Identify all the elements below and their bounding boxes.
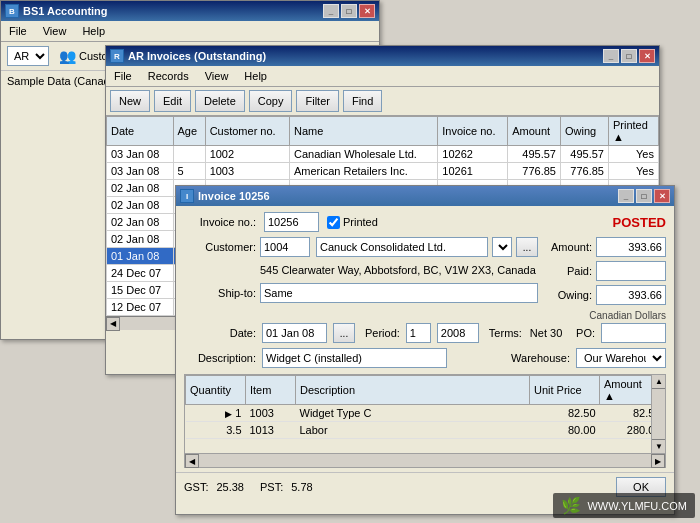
menu-view[interactable]: View	[39, 23, 71, 39]
find-button[interactable]: Find	[343, 90, 382, 112]
inv-maximize-button[interactable]: □	[636, 189, 652, 203]
owing-input[interactable]	[596, 285, 666, 305]
printed-checkbox[interactable]	[327, 216, 340, 229]
close-button[interactable]: ✕	[359, 4, 375, 18]
paid-label: Paid:	[567, 265, 592, 277]
invoice-no-label: Invoice no.:	[184, 216, 256, 228]
ar-window-controls: _ □ ✕	[603, 49, 655, 63]
col-qty: Quantity	[186, 376, 246, 405]
ar-menu-view[interactable]: View	[201, 68, 233, 84]
warehouse-label: Warehouse:	[511, 352, 570, 364]
col-item: Item	[246, 376, 296, 405]
ar-close-button[interactable]: ✕	[639, 49, 655, 63]
col-custno: Customer no.	[205, 117, 289, 146]
ar-dropdown[interactable]: AR	[7, 46, 49, 66]
col-invno: Invoice no.	[438, 117, 508, 146]
inv-scroll-left[interactable]: ◀	[185, 454, 199, 468]
customers-icon: 👥	[59, 48, 76, 64]
line-items-table: Quantity Item Description Unit Price Amo…	[185, 375, 665, 439]
edit-button[interactable]: Edit	[154, 90, 191, 112]
ar-icon: R	[110, 49, 124, 63]
po-input[interactable]	[601, 323, 666, 343]
col-amount: Amount	[508, 117, 561, 146]
ar-menu-file[interactable]: File	[110, 68, 136, 84]
customer-label: Customer:	[184, 241, 256, 253]
ar-minimize-button[interactable]: _	[603, 49, 619, 63]
scroll-left[interactable]: ◀	[106, 317, 120, 331]
description-input[interactable]	[262, 348, 447, 368]
col-name: Name	[289, 117, 437, 146]
currency-label: Canadian Dollars	[589, 310, 666, 321]
ar-menu-records[interactable]: Records	[144, 68, 193, 84]
invoice-title-bar: I Invoice 10256 _ □ ✕	[176, 186, 674, 206]
gst-value: 25.38	[216, 481, 244, 493]
printed-checkbox-group: Printed	[327, 216, 378, 229]
period-input[interactable]	[406, 323, 431, 343]
ar-menu-help[interactable]: Help	[240, 68, 271, 84]
table-scroll-down[interactable]: ▼	[652, 439, 666, 453]
gst-label: GST:	[184, 481, 208, 493]
main-title-bar: B BS1 Accounting _ □ ✕	[1, 1, 379, 21]
invoice-line-item[interactable]: 3.51013Labor80.00280.00	[186, 422, 665, 439]
inv-scroll-right[interactable]: ▶	[651, 454, 665, 468]
amount-input[interactable]	[596, 237, 666, 257]
main-menu-bar: File View Help	[1, 21, 379, 42]
period-label: Period:	[365, 327, 400, 339]
col-date: Date	[107, 117, 174, 146]
invoice-window-controls: _ □ ✕	[618, 189, 670, 203]
date-browse-btn[interactable]: ...	[333, 323, 355, 343]
invoice-line-item[interactable]: ▶ 11003Widget Type C82.5082.50	[186, 405, 665, 422]
invoice-title: Invoice 10256	[198, 190, 270, 202]
pst-label: PST:	[260, 481, 283, 493]
customer-browse-btn[interactable]: ...	[516, 237, 538, 257]
inv-minimize-button[interactable]: _	[618, 189, 634, 203]
menu-file[interactable]: File	[5, 23, 31, 39]
printed-label: Printed	[343, 216, 378, 228]
filter-button[interactable]: Filter	[296, 90, 338, 112]
new-button[interactable]: New	[110, 90, 150, 112]
terms-value: Net 30	[530, 327, 562, 339]
col-owing: Owing	[561, 117, 609, 146]
customer-name-input[interactable]	[316, 237, 488, 257]
copy-button[interactable]: Copy	[249, 90, 293, 112]
watermark-text: WWW.YLMFU.COM	[587, 500, 687, 512]
app-icon: B	[5, 4, 19, 18]
minimize-button[interactable]: _	[323, 4, 339, 18]
main-window-controls: _ □ ✕	[323, 4, 375, 18]
ar-maximize-button[interactable]: □	[621, 49, 637, 63]
watermark: 🌿 WWW.YLMFU.COM	[553, 493, 695, 518]
table-scroll-up[interactable]: ▲	[652, 375, 666, 389]
menu-help[interactable]: Help	[78, 23, 109, 39]
po-label: PO:	[576, 327, 595, 339]
pst-value: 5.78	[291, 481, 312, 493]
invoice-icon: I	[180, 189, 194, 203]
ar-title: AR Invoices (Outstanding)	[128, 50, 266, 62]
invoice-dialog: I Invoice 10256 _ □ ✕ Invoice no.: Print…	[175, 185, 675, 515]
year-input[interactable]	[437, 323, 479, 343]
shipto-input[interactable]	[260, 283, 538, 303]
main-title: BS1 Accounting	[23, 5, 108, 17]
invoice-no-input[interactable]	[264, 212, 319, 232]
delete-button[interactable]: Delete	[195, 90, 245, 112]
maximize-button[interactable]: □	[341, 4, 357, 18]
date-input[interactable]	[262, 323, 327, 343]
shipto-label: Ship-to:	[184, 287, 256, 299]
status-posted: POSTED	[613, 215, 666, 230]
warehouse-select[interactable]: Our Warehouse	[576, 348, 666, 368]
customer-address: 545 Clearwater Way, Abbotsford, BC, V1W …	[260, 262, 538, 278]
date-label: Date:	[184, 327, 256, 339]
ar-toolbar: New Edit Delete Copy Filter Find	[106, 87, 659, 116]
table-row[interactable]: 03 Jan 081002Canadian Wholesale Ltd.1026…	[107, 146, 659, 163]
col-printed: Printed ▲	[609, 117, 659, 146]
ar-title-bar: R AR Invoices (Outstanding) _ □ ✕	[106, 46, 659, 66]
col-unit-price: Unit Price	[530, 376, 600, 405]
watermark-leaf-icon: 🌿	[561, 496, 581, 515]
owing-label: Owing:	[558, 289, 592, 301]
customer-dropdown[interactable]: ▼	[492, 237, 512, 257]
inv-close-button[interactable]: ✕	[654, 189, 670, 203]
amount-label: Amount:	[551, 241, 592, 253]
terms-label: Terms:	[489, 327, 522, 339]
customer-no-input[interactable]	[260, 237, 310, 257]
table-row[interactable]: 03 Jan 0851003American Retailers Inc.102…	[107, 163, 659, 180]
paid-input[interactable]	[596, 261, 666, 281]
